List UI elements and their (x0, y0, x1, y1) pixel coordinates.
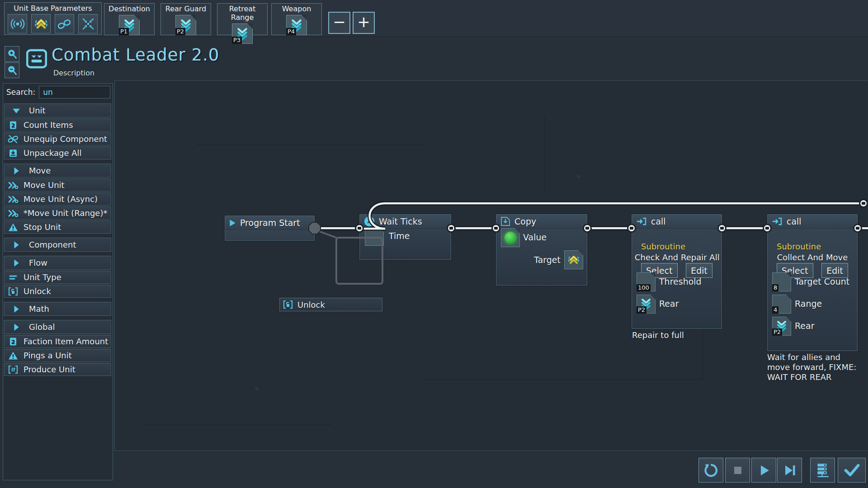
edit-subroutine-button[interactable]: Edit (686, 263, 712, 278)
node-call-check-and-repair[interactable]: call Subroutine Check And Repair All Sel… (632, 214, 722, 329)
param-slot[interactable]: P2 (175, 15, 196, 35)
call-stack-button[interactable] (810, 458, 835, 483)
group-label: Unit Base Parameters (5, 4, 101, 13)
search-input[interactable] (39, 86, 110, 99)
sidebar-item-unpackage-all[interactable]: Unpackage All (4, 146, 111, 160)
item-label: Unequip Component (24, 134, 107, 144)
item-label: Produce Unit (24, 365, 75, 374)
sidebar-category-math[interactable]: Math (4, 302, 111, 316)
add-parameter-button[interactable]: + (353, 12, 375, 34)
category-label: Global (29, 322, 55, 332)
node-copy[interactable]: Copy Value Target (496, 214, 587, 286)
remove-parameter-button[interactable]: − (328, 12, 350, 34)
play-icon (756, 463, 772, 478)
step-forward-button[interactable] (777, 458, 802, 483)
param-label: Threshold (659, 277, 702, 286)
item-label: Unlock (24, 286, 51, 296)
sidebar-item-stop-unit[interactable]: Stop Unit (4, 221, 111, 234)
sidebar-item-move-unit-range[interactable]: *Move Unit (Range)* (4, 206, 111, 220)
sidebar-category-unit[interactable]: Unit (4, 103, 111, 117)
move-unit-icon (8, 181, 19, 189)
node-call-collect-and-move[interactable]: call Subroutine Collect And Move Select … (767, 214, 858, 351)
play-button[interactable] (751, 458, 776, 483)
param-label: Range (795, 299, 822, 309)
sidebar-item-count-items[interactable]: 2 Count Items (4, 118, 111, 131)
confirm-button[interactable] (838, 458, 866, 483)
subroutine-name: Check And Repair All (635, 253, 719, 262)
background-dot (255, 387, 258, 390)
param-slot[interactable]: P3 (232, 23, 253, 44)
param-tab-retreat-range[interactable]: Retreat Range P3 (217, 3, 268, 35)
description-label[interactable]: Description (53, 69, 94, 77)
sidebar-item-faction-item-amount[interactable]: 2 Faction Item Amount (4, 335, 111, 348)
slot-value-badge: 100 (637, 284, 651, 291)
target-icon[interactable] (31, 14, 51, 33)
target-slot[interactable] (564, 250, 583, 269)
param-tab-weapon[interactable]: Weapon P4 (271, 3, 322, 35)
warning-icon (8, 351, 19, 360)
sidebar-item-pings-a-unit[interactable]: Pings a Unit (4, 349, 111, 362)
param-label: Target (534, 255, 561, 265)
param-tab-rear-guard[interactable]: Rear Guard P2 (160, 3, 211, 35)
threshold-slot[interactable]: 100 (637, 272, 656, 291)
param-tab-label: Rear Guard (161, 5, 211, 13)
sidebar-category-global[interactable]: Global (4, 320, 111, 334)
behavior-editor: Unit Base Parameters Destination (0, 0, 868, 488)
link-icon[interactable] (55, 14, 74, 33)
ping-icon[interactable] (8, 14, 27, 33)
search-row: Search: (3, 84, 113, 100)
slot-value-badge: P2 (637, 306, 646, 314)
item-label: Unit Type (24, 272, 61, 282)
restart-button[interactable] (698, 458, 723, 483)
count-items-icon: 2 (8, 121, 19, 130)
stop-button[interactable] (725, 458, 750, 483)
sidebar-item-unequip-component[interactable]: Unequip Component (4, 132, 111, 145)
sidebar-item-move-unit[interactable]: Move Unit (4, 178, 111, 192)
node-wait-ticks[interactable]: Wait Ticks Time (359, 214, 451, 260)
clock-icon (364, 216, 375, 227)
unlock-icon (8, 287, 19, 296)
behavior-title[interactable]: Combat Leader 2.0 (52, 45, 219, 65)
restart-icon (703, 462, 719, 479)
param-tab-label: Retreat Range (217, 5, 267, 22)
target-count-slot[interactable]: 8 (772, 272, 791, 291)
param-tab-label: Destination (104, 5, 154, 13)
sidebar-item-move-unit-async[interactable]: Move Unit (Async) (4, 192, 111, 206)
sidebar-category-component[interactable]: Component (4, 238, 111, 252)
triangle-right-icon (11, 259, 22, 267)
subroutine-tag: Subroutine (641, 242, 685, 251)
converge-icon[interactable] (78, 14, 98, 33)
zoom-out-button[interactable] (5, 62, 19, 78)
equals-icon (8, 274, 19, 281)
green-signal-icon (505, 232, 516, 244)
graph-canvas[interactable] (114, 80, 868, 451)
param-label: Rear (659, 299, 679, 309)
param-tab-destination[interactable]: Destination P1 (104, 3, 155, 35)
category-label: Move (29, 166, 51, 175)
rear-slot[interactable]: P2 (637, 295, 656, 314)
zoom-in-button[interactable] (5, 46, 19, 62)
param-label: Target Count (795, 277, 849, 286)
sidebar-item-produce-unit[interactable]: Produce Unit (4, 363, 111, 376)
time-slot[interactable] (365, 227, 384, 246)
triangle-right-icon (11, 167, 22, 175)
rear-slot[interactable]: P2 (772, 317, 791, 336)
sidebar-category-flow[interactable]: Flow (4, 256, 111, 270)
value-slot[interactable] (501, 228, 520, 247)
sidebar-category-move[interactable]: Move (4, 164, 111, 178)
category-label: Flow (29, 258, 47, 267)
edit-subroutine-button[interactable]: Edit (821, 263, 848, 278)
node-unlock[interactable]: Unlock (279, 298, 382, 311)
magnifier-plus-icon (7, 49, 17, 60)
check-icon (843, 462, 861, 479)
range-slot[interactable]: 4 (772, 295, 791, 314)
item-label: Unpackage All (24, 148, 82, 158)
item-label: Move Unit (Async) (24, 194, 98, 204)
node-title: call (787, 216, 802, 226)
param-slot[interactable]: P4 (286, 15, 307, 35)
sidebar-item-unlock[interactable]: Unlock (4, 285, 111, 298)
sidebar-item-unit-type[interactable]: Unit Type (4, 271, 111, 284)
node-comment: Wait for allies and move forward, FIXME:… (767, 352, 863, 382)
node-program-start[interactable]: Program Start (225, 216, 315, 241)
param-slot[interactable]: P1 (119, 15, 140, 35)
